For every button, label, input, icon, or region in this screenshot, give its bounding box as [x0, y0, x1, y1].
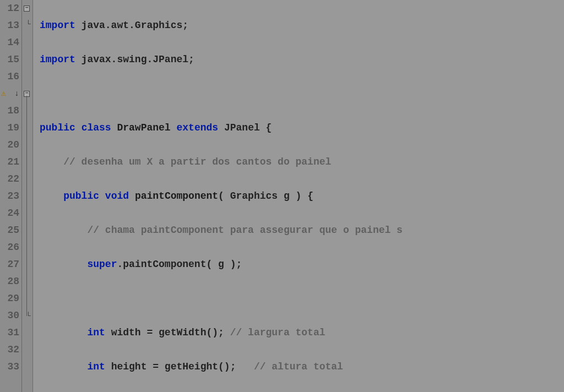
- line-number: 31: [0, 324, 21, 341]
- fold-guide-line: [26, 96, 27, 316]
- warning-icon: ⚠: [1, 85, 6, 102]
- line-number: 30: [0, 307, 21, 324]
- keyword: int: [87, 327, 105, 338]
- code-line[interactable]: [40, 290, 564, 307]
- line-number: 33: [0, 358, 21, 375]
- comment: // desenha um X a partir dos cantos do p…: [63, 156, 331, 167]
- code-line[interactable]: int height = getHeight(); // altura tota…: [40, 358, 564, 375]
- line-number: 23: [0, 188, 21, 205]
- code-text: JPanel {: [224, 122, 272, 133]
- code-text: java.awt.Graphics;: [75, 20, 188, 31]
- fold-toggle-icon[interactable]: −: [24, 4, 30, 12]
- method-name: paintComponent: [135, 190, 218, 202]
- fold-end-icon: └: [26, 312, 30, 320]
- line-number: 16: [0, 68, 21, 85]
- keyword: super: [87, 259, 117, 270]
- code-line[interactable]: int width = getWidth(); // largura total: [40, 324, 564, 341]
- keyword: class: [82, 122, 111, 133]
- class-name: DrawPanel: [117, 122, 170, 133]
- keyword: public: [63, 190, 99, 202]
- line-number: 21: [0, 154, 21, 171]
- code-text: width = getWidth();: [105, 327, 230, 338]
- line-number: 25: [0, 222, 21, 239]
- code-text: ( Graphics g ) {: [218, 190, 313, 202]
- line-number: 18: [0, 102, 21, 119]
- code-line[interactable]: public class DrawPanel extends JPanel {: [40, 119, 564, 137]
- keyword: import: [40, 20, 75, 31]
- line-number: 32: [0, 341, 21, 358]
- keyword: int: [87, 361, 105, 372]
- code-line[interactable]: import javax.swing.JPanel;: [40, 51, 564, 68]
- line-number: 15: [0, 51, 21, 68]
- line-number: 27: [0, 256, 21, 273]
- comment: // largura total: [230, 327, 326, 338]
- line-number: ⚠ ↓: [0, 85, 21, 102]
- code-text: height = getHeight();: [105, 361, 254, 372]
- code-line[interactable]: import java.awt.Graphics;: [40, 17, 564, 34]
- comment: // altura total: [254, 361, 343, 372]
- line-number: 28: [0, 273, 21, 290]
- line-number: 24: [0, 205, 21, 222]
- line-number: 13: [0, 17, 21, 34]
- keyword: public: [40, 122, 75, 133]
- code-line[interactable]: // desenha um X a partir dos cantos do p…: [40, 154, 564, 171]
- line-number: 20: [0, 137, 21, 154]
- code-line[interactable]: super.paintComponent( g );: [40, 256, 564, 273]
- code-text: .paintComponent( g );: [117, 259, 242, 270]
- code-line[interactable]: [40, 85, 564, 102]
- keyword: extends: [176, 122, 218, 133]
- line-number: 12: [0, 0, 21, 17]
- arrow-down-icon: ↓: [14, 85, 19, 102]
- keyword: import: [40, 54, 75, 65]
- code-text: javax.swing.JPanel;: [75, 54, 194, 65]
- code-editor[interactable]: import java.awt.Graphics; import javax.s…: [33, 0, 564, 392]
- line-number: 19: [0, 119, 21, 137]
- line-number: 29: [0, 290, 21, 307]
- code-line[interactable]: // chama paintComponent para assegurar q…: [40, 222, 564, 239]
- line-number: 22: [0, 171, 21, 188]
- fold-end-icon: └: [26, 20, 30, 29]
- code-line[interactable]: public void paintComponent( Graphics g )…: [40, 188, 564, 205]
- line-number: 14: [0, 34, 21, 51]
- line-number-gutter: 12 13 14 15 16 ⚠ ↓ 18 19 20 21 22 23 24 …: [0, 0, 22, 392]
- fold-gutter: − └ − └: [22, 0, 33, 392]
- line-number: 26: [0, 239, 21, 256]
- keyword: void: [105, 190, 129, 202]
- comment: // chama paintComponent para assegurar q…: [87, 225, 403, 236]
